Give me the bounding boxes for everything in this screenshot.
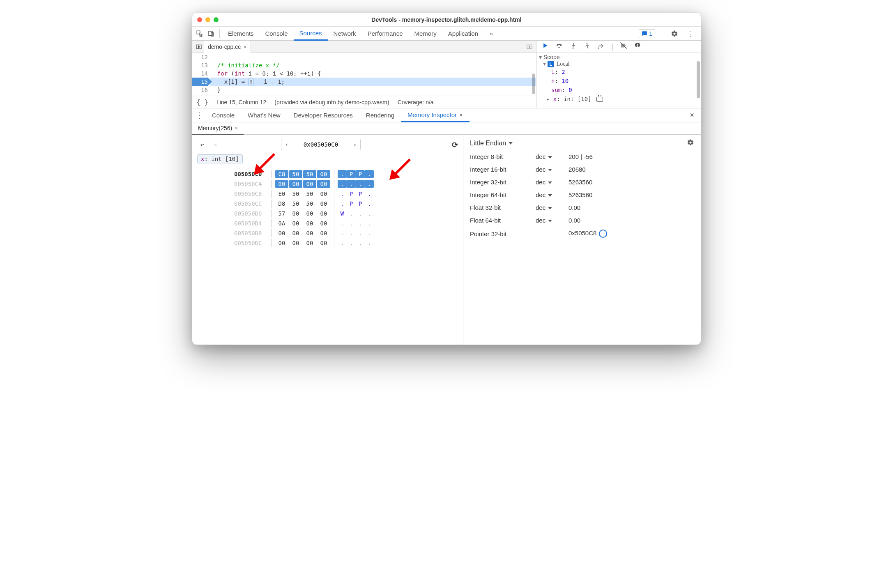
hex-byte[interactable]: 00 xyxy=(317,180,330,188)
hex-byte[interactable]: 50 xyxy=(303,190,316,198)
hex-byte[interactable]: 00 xyxy=(289,239,302,247)
object-highlight-chip[interactable]: x: int [10] xyxy=(197,154,243,163)
device-toolbar-icon[interactable] xyxy=(205,28,217,39)
close-window-button[interactable] xyxy=(197,17,202,22)
value-settings-icon[interactable] xyxy=(687,139,694,147)
hex-byte[interactable]: 00 xyxy=(317,209,330,218)
ascii-byte[interactable]: . xyxy=(356,239,365,247)
ascii-byte[interactable]: . xyxy=(365,219,374,227)
hex-byte[interactable]: 0A xyxy=(275,219,288,227)
hex-byte[interactable]: 00 xyxy=(289,209,302,218)
value-format-selector[interactable]: dec xyxy=(536,166,568,173)
debug-info-link[interactable]: demo-cpp.wasm xyxy=(345,99,387,106)
issues-badge[interactable]: 1 xyxy=(639,29,655,38)
drawer-tab-devresources[interactable]: Developer Resources xyxy=(287,108,359,122)
value-format-selector[interactable]: dec xyxy=(536,217,568,224)
endian-selector[interactable]: Little Endian xyxy=(470,140,513,147)
value-format-selector[interactable]: dec xyxy=(536,179,568,186)
memory-row[interactable]: 005050D40A000000.... xyxy=(234,218,458,228)
close-tab-icon[interactable]: × xyxy=(459,111,463,118)
ascii-byte[interactable]: . xyxy=(338,219,347,227)
memory-row[interactable]: 005050D057000000W... xyxy=(234,209,458,218)
tab-sources[interactable]: Sources xyxy=(294,27,328,41)
hex-byte[interactable]: 00 xyxy=(317,239,330,247)
scrollbar-thumb[interactable] xyxy=(697,61,700,98)
ascii-byte[interactable]: P xyxy=(347,190,356,198)
step-out-icon[interactable] xyxy=(583,42,591,51)
ascii-byte[interactable]: . xyxy=(347,209,356,218)
value-format-selector[interactable]: dec xyxy=(536,204,568,211)
ascii-byte[interactable]: . xyxy=(365,190,374,198)
hex-byte[interactable]: 00 xyxy=(317,170,330,178)
hex-byte[interactable]: 50 xyxy=(289,170,302,178)
hex-byte[interactable]: 00 xyxy=(289,219,302,227)
hex-byte[interactable]: 50 xyxy=(303,170,316,178)
hex-byte[interactable]: 00 xyxy=(317,229,330,237)
hex-byte[interactable]: 50 xyxy=(289,200,302,208)
reveal-in-memory-icon[interactable] xyxy=(596,97,603,102)
drawer-tab-rendering[interactable]: Rendering xyxy=(359,108,401,122)
memory-buffer-tab[interactable]: Memory(256) × xyxy=(192,122,244,135)
memory-row[interactable]: 005050C400000000.... xyxy=(234,179,458,189)
ascii-byte[interactable]: . xyxy=(365,170,374,178)
hex-byte[interactable]: 00 xyxy=(303,209,316,218)
hex-byte[interactable]: 00 xyxy=(289,180,302,188)
ascii-byte[interactable]: . xyxy=(338,229,347,237)
hex-byte[interactable]: 00 xyxy=(303,229,316,237)
hex-byte[interactable]: 00 xyxy=(317,200,330,208)
tab-performance[interactable]: Performance xyxy=(362,27,409,41)
value-format-selector[interactable]: dec xyxy=(536,191,568,198)
drawer-tab-whatsnew[interactable]: What's New xyxy=(241,108,287,122)
ascii-byte[interactable]: . xyxy=(365,209,374,218)
maximize-window-button[interactable] xyxy=(214,17,219,22)
tab-elements[interactable]: Elements xyxy=(222,27,260,41)
tab-memory[interactable]: Memory xyxy=(409,27,442,41)
navigator-toggle-icon[interactable] xyxy=(194,42,204,52)
refresh-icon[interactable]: ⟳ xyxy=(452,140,458,149)
close-drawer-icon[interactable]: × xyxy=(685,111,699,119)
ascii-byte[interactable]: . xyxy=(356,229,365,237)
hex-byte[interactable]: 00 xyxy=(289,229,302,237)
ascii-byte[interactable]: . xyxy=(347,219,356,227)
next-page-icon[interactable]: › xyxy=(350,141,360,148)
ascii-byte[interactable]: . xyxy=(356,180,365,188)
settings-icon[interactable] xyxy=(669,28,680,39)
breakpoint-line-number[interactable]: 15 xyxy=(192,78,208,86)
tab-network[interactable]: Network xyxy=(328,27,362,41)
step-over-icon[interactable] xyxy=(555,42,563,51)
hex-byte[interactable]: 00 xyxy=(303,239,316,247)
ascii-byte[interactable]: W xyxy=(338,209,347,218)
ascii-byte[interactable]: . xyxy=(347,180,356,188)
memory-row[interactable]: 005050C0C8505000.PP. xyxy=(234,169,458,179)
ascii-byte[interactable]: P xyxy=(347,200,356,208)
scope-heading[interactable]: Scope xyxy=(539,54,698,60)
undo-icon[interactable]: ↶ xyxy=(197,141,207,149)
memory-row[interactable]: 005050D800000000.... xyxy=(234,228,458,238)
ascii-byte[interactable]: . xyxy=(365,180,374,188)
pretty-print-icon[interactable]: { } xyxy=(196,98,208,106)
ascii-byte[interactable]: . xyxy=(365,229,374,237)
ascii-byte[interactable]: . xyxy=(365,239,374,247)
hex-byte[interactable]: 00 xyxy=(317,190,330,198)
ascii-byte[interactable]: . xyxy=(338,190,347,198)
ascii-byte[interactable]: . xyxy=(338,200,347,208)
hex-byte[interactable]: C8 xyxy=(275,170,288,178)
value-format-selector[interactable]: dec xyxy=(536,153,568,160)
hex-byte[interactable]: 00 xyxy=(303,219,316,227)
drawer-more-icon[interactable]: ⋮ xyxy=(194,111,205,120)
tab-application[interactable]: Application xyxy=(442,27,484,41)
scope-variable-x[interactable]: x: int [10] xyxy=(539,94,698,103)
pause-exceptions-icon[interactable] xyxy=(634,42,641,51)
source-file-tab[interactable]: demo-cpp.cc × xyxy=(204,41,251,53)
tab-more[interactable]: » xyxy=(484,27,499,41)
close-tab-icon[interactable]: × xyxy=(235,125,238,131)
ascii-byte[interactable]: . xyxy=(338,180,347,188)
scope-variable[interactable]: n: 10 xyxy=(539,76,698,85)
ascii-byte[interactable]: . xyxy=(347,229,356,237)
ascii-byte[interactable]: . xyxy=(365,200,374,208)
hex-byte[interactable]: 00 xyxy=(303,180,316,188)
deactivate-breakpoints-icon[interactable] xyxy=(620,42,627,51)
step-into-icon[interactable] xyxy=(569,42,577,51)
hex-byte[interactable]: D8 xyxy=(275,200,288,208)
scope-variable[interactable]: i: 2 xyxy=(539,67,698,76)
